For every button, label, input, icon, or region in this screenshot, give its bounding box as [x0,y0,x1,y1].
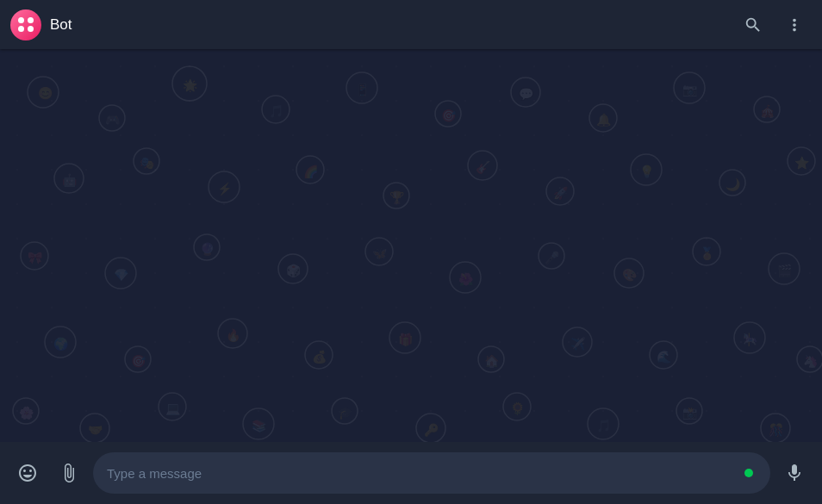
svg-text:🎊: 🎊 [769,423,784,438]
svg-text:🎀: 🎀 [28,251,43,265]
svg-text:🎵: 🎵 [596,419,612,433]
svg-text:📷: 📷 [682,83,698,97]
svg-text:🎯: 🎯 [131,354,146,369]
svg-text:🎯: 🎯 [441,109,457,123]
svg-text:📚: 📚 [252,419,267,433]
chat-header: Bot [0,0,822,49]
svg-text:🔔: 🔔 [596,113,612,128]
emoji-icon [17,463,38,483]
svg-text:🔑: 🔑 [424,423,439,438]
svg-text:💰: 💰 [312,350,327,364]
logo-dot-1 [18,17,24,23]
microphone-icon [784,463,805,483]
svg-text:🦄: 🦄 [803,354,819,369]
svg-text:🎮: 🎮 [105,113,121,128]
message-input-area [0,442,822,504]
microphone-button[interactable] [777,456,812,490]
svg-text:🌸: 🌸 [19,406,34,420]
header-left: Bot [10,9,736,40]
search-icon [744,16,763,34]
emoji-button[interactable] [10,456,45,490]
svg-text:🌈: 🌈 [303,165,319,179]
svg-text:🎤: 🎤 [545,251,560,265]
svg-text:🏆: 🏆 [389,190,405,205]
svg-text:😊: 😊 [38,86,53,101]
more-options-button[interactable] [777,8,812,42]
svg-text:🌍: 🌍 [53,337,69,352]
svg-text:🎬: 🎬 [777,264,793,278]
avatar[interactable] [10,9,41,40]
svg-text:🤝: 🤝 [88,423,103,438]
svg-text:⚡: ⚡ [217,182,233,196]
record-indicator [744,469,753,477]
svg-text:🌺: 🌺 [458,272,474,287]
header-actions [736,8,812,42]
svg-text:✈️: ✈️ [570,337,586,352]
logo-dot-4 [28,26,34,32]
svg-text:🚀: 🚀 [553,186,569,201]
svg-text:📱: 📱 [355,83,371,97]
chat-messages-area: 😊 🎮 🌟 🎵 📱 🎯 💬 🔔 📷 🎪 🤖 🎭 ⚡ 🌈 🏆 🎸 🚀 [0,49,822,442]
message-input[interactable] [107,466,744,481]
svg-text:🎁: 🎁 [398,333,414,347]
svg-text:🔥: 🔥 [226,328,241,343]
attachment-button[interactable] [52,456,86,490]
svg-text:🔮: 🔮 [200,242,215,257]
more-icon [785,16,804,34]
svg-text:🎭: 🎭 [140,156,155,171]
chat-background-svg: 😊 🎮 🌟 🎵 📱 🎯 💬 🔔 📷 🎪 🤖 🎭 ⚡ 🌈 🏆 🎸 🚀 [0,49,822,442]
svg-text:🌟: 🌟 [183,78,198,93]
svg-text:💻: 💻 [165,401,181,416]
svg-text:💡: 💡 [639,165,655,179]
svg-text:💎: 💎 [114,268,129,283]
svg-text:🌙: 🌙 [725,177,741,192]
svg-text:💬: 💬 [519,87,534,102]
svg-text:🎪: 🎪 [760,104,775,119]
avatar-logo [18,17,34,33]
svg-text:🎸: 🎸 [476,160,491,175]
logo-dot-3 [18,26,24,32]
svg-text:🎵: 🎵 [269,104,284,119]
svg-text:🦋: 🦋 [372,246,388,261]
message-input-wrapper [93,452,770,494]
svg-text:🎨: 🎨 [622,268,638,283]
search-button[interactable] [736,8,770,42]
svg-text:🏠: 🏠 [484,354,500,369]
svg-text:🏅: 🏅 [700,246,715,261]
svg-text:📸: 📸 [682,406,698,420]
logo-dot-2 [28,17,34,23]
svg-text:🎠: 🎠 [743,333,758,347]
svg-text:🎲: 🎲 [286,264,302,278]
chat-title: Bot [50,16,72,34]
svg-text:🎓: 🎓 [338,406,353,420]
svg-text:⭐: ⭐ [794,156,810,171]
attachment-icon [59,463,79,483]
svg-text:🌻: 🌻 [510,401,526,416]
svg-text:🤖: 🤖 [62,173,78,188]
svg-text:🌊: 🌊 [657,350,672,364]
